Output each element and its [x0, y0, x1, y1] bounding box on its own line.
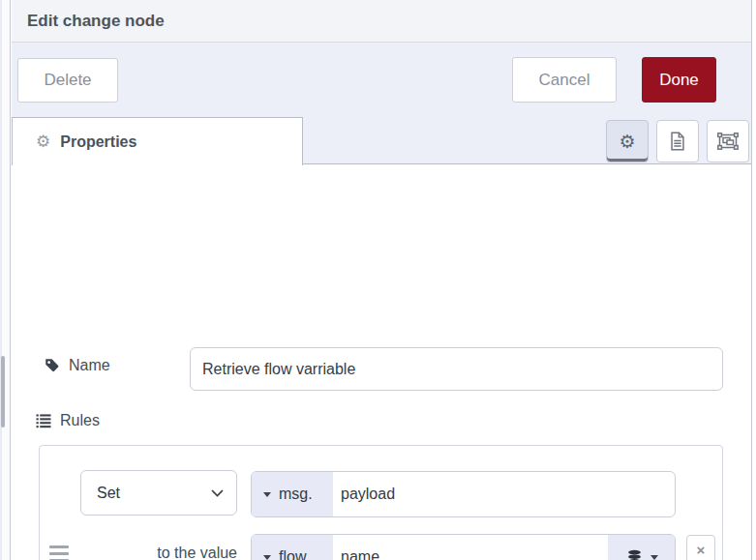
tab-button-appearance[interactable]	[707, 120, 749, 162]
rule-value-value: name	[333, 548, 379, 560]
rules-label: Rules	[35, 412, 100, 429]
tab-icon-buttons: ⚙	[606, 120, 749, 162]
list-icon	[35, 412, 52, 429]
gear-icon: ⚙	[36, 133, 50, 150]
rule-remove-button[interactable]: ×	[686, 535, 715, 560]
properties-form: Name Rules Set	[12, 164, 751, 560]
tab-button-properties[interactable]: ⚙	[606, 120, 649, 162]
rule-container: Set msg. payload to the value	[39, 445, 723, 560]
rule-value-type-label: flow.	[279, 548, 310, 560]
rule-action-value: Set	[97, 485, 120, 502]
rule-value-type-button[interactable]: flow.	[252, 535, 333, 560]
caret-down-icon	[263, 492, 271, 497]
name-label: Name	[44, 357, 110, 374]
name-label-text: Name	[69, 357, 110, 374]
chevron-down-icon	[211, 489, 224, 497]
rule-target-value: payload	[333, 486, 395, 503]
dialog-title: Edit change node	[27, 12, 165, 31]
object-group-icon	[716, 130, 740, 153]
scrollbar-thumb[interactable]	[1, 356, 5, 427]
tag-icon	[44, 357, 61, 374]
rule-action-select[interactable]: Set	[80, 470, 237, 516]
tab-bar: ⚙ Properties ⚙	[12, 114, 751, 164]
tab-properties[interactable]: ⚙ Properties	[12, 117, 303, 165]
rules-label-text: Rules	[60, 412, 100, 429]
edit-change-node-tray: Edit change node Delete Cancel Done ⚙ Pr…	[12, 0, 752, 560]
name-input[interactable]	[190, 347, 723, 391]
tab-button-description[interactable]	[656, 120, 699, 162]
delete-button[interactable]: Delete	[17, 58, 118, 103]
tray-toolbar: Delete Cancel Done	[12, 43, 751, 114]
document-icon	[667, 131, 688, 152]
screen: Edit change node Delete Cancel Done ⚙ Pr…	[0, 0, 756, 560]
gear-icon: ⚙	[619, 133, 635, 151]
done-button[interactable]: Done	[642, 57, 716, 103]
rule-target-input[interactable]: msg. payload	[251, 471, 676, 517]
tab-properties-label: Properties	[60, 133, 136, 151]
workspace-edge	[0, 0, 11, 560]
rule-target-type-button[interactable]: msg.	[252, 472, 333, 516]
caret-down-icon	[650, 555, 658, 560]
rule-to-label: to the value	[40, 545, 237, 560]
caret-down-icon	[263, 555, 271, 560]
database-icon	[625, 548, 644, 560]
store-select-button[interactable]	[608, 535, 675, 560]
rule-value-input[interactable]: flow. name memory	[251, 534, 676, 560]
rule-target-type-label: msg.	[279, 486, 313, 503]
tray-header: Edit change node	[12, 0, 751, 43]
cancel-button[interactable]: Cancel	[512, 57, 617, 103]
